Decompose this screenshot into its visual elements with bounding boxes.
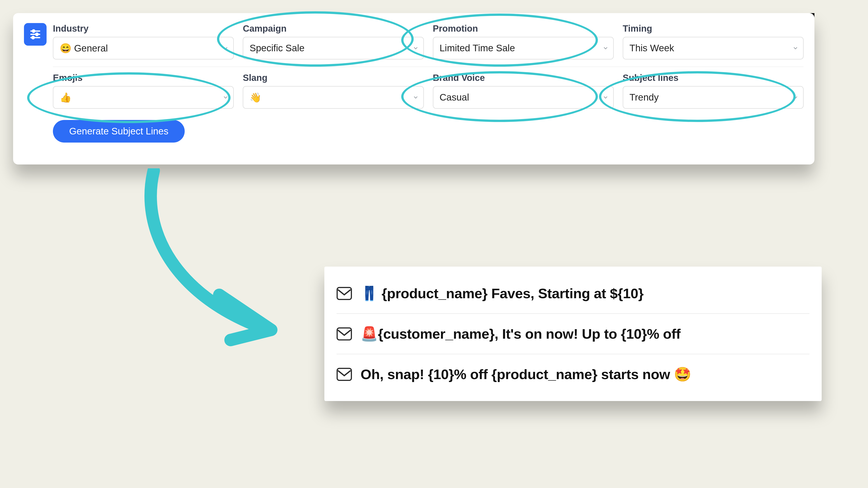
mail-icon bbox=[337, 327, 352, 340]
results-card: 👖 {product_name} Faves, Starting at ${10… bbox=[324, 267, 822, 401]
label-slang: Slang bbox=[243, 73, 424, 83]
result-text: 🚨{customer_name}, It's on now! Up to {10… bbox=[361, 326, 681, 342]
select-slang-value: 👋 bbox=[250, 92, 261, 103]
chevron-down-icon bbox=[792, 94, 799, 101]
chevron-down-icon bbox=[602, 45, 609, 51]
svg-point-5 bbox=[32, 36, 34, 39]
field-timing: Timing This Week bbox=[623, 24, 804, 59]
field-industry: Industry 😄 General bbox=[53, 24, 234, 59]
select-slang[interactable]: 👋 bbox=[243, 86, 424, 109]
actions-row: Generate Subject Lines bbox=[53, 116, 804, 142]
result-row: Oh, snap! {10}% off {product_name} start… bbox=[337, 354, 809, 394]
chevron-down-icon bbox=[222, 45, 229, 51]
chevron-down-icon bbox=[602, 94, 609, 101]
svg-point-4 bbox=[36, 33, 38, 36]
svg-point-3 bbox=[32, 30, 35, 32]
select-timing-value: This Week bbox=[629, 43, 674, 54]
select-promotion-value: Limited Time Sale bbox=[440, 43, 515, 54]
select-brand-voice[interactable]: Casual bbox=[433, 86, 614, 109]
label-campaign: Campaign bbox=[243, 24, 424, 34]
chevron-down-icon bbox=[792, 45, 799, 51]
select-subject-lines[interactable]: Trendy bbox=[623, 86, 804, 109]
mail-icon bbox=[337, 287, 352, 300]
field-subject-lines: Subject lines Trendy bbox=[623, 73, 804, 109]
field-slang: Slang 👋 bbox=[243, 73, 424, 109]
result-text: 👖 {product_name} Faves, Starting at ${10… bbox=[361, 285, 644, 302]
result-row: 🚨{customer_name}, It's on now! Up to {10… bbox=[337, 313, 809, 354]
mail-icon bbox=[337, 368, 352, 381]
label-timing: Timing bbox=[623, 24, 804, 34]
select-emojis[interactable]: 👍 bbox=[53, 86, 234, 109]
chevron-down-icon bbox=[412, 45, 419, 51]
select-campaign-value: Specific Sale bbox=[250, 43, 305, 54]
arrow-annotation bbox=[127, 168, 289, 349]
settings-row-2: Emojis 👍 Slang 👋 Bra bbox=[53, 67, 804, 116]
chevron-down-icon bbox=[412, 94, 419, 101]
field-brand-voice: Brand Voice Casual bbox=[433, 73, 614, 109]
settings-card: Industry 😄 General Campaign Specific Sal… bbox=[13, 13, 814, 164]
generate-button[interactable]: Generate Subject Lines bbox=[53, 120, 185, 142]
label-emojis: Emojis bbox=[53, 73, 234, 83]
select-subject-lines-value: Trendy bbox=[629, 92, 659, 103]
result-row: 👖 {product_name} Faves, Starting at ${10… bbox=[337, 273, 809, 313]
settings-icon bbox=[24, 23, 46, 46]
select-industry[interactable]: 😄 General bbox=[53, 37, 234, 59]
field-campaign: Campaign Specific Sale bbox=[243, 24, 424, 59]
label-promotion: Promotion bbox=[433, 24, 614, 34]
chevron-down-icon bbox=[222, 94, 229, 101]
label-subject-lines: Subject lines bbox=[623, 73, 804, 83]
label-industry: Industry bbox=[53, 24, 234, 34]
field-promotion: Promotion Limited Time Sale bbox=[433, 24, 614, 59]
select-industry-value: 😄 General bbox=[60, 43, 108, 54]
select-promotion[interactable]: Limited Time Sale bbox=[433, 37, 614, 59]
select-emojis-value: 👍 bbox=[60, 92, 71, 103]
select-timing[interactable]: This Week bbox=[623, 37, 804, 59]
settings-row-1: Industry 😄 General Campaign Specific Sal… bbox=[53, 22, 804, 67]
select-campaign[interactable]: Specific Sale bbox=[243, 37, 424, 59]
result-text: Oh, snap! {10}% off {product_name} start… bbox=[361, 366, 691, 383]
field-emojis: Emojis 👍 bbox=[53, 73, 234, 109]
select-brand-voice-value: Casual bbox=[440, 92, 469, 103]
label-brand-voice: Brand Voice bbox=[433, 73, 614, 83]
